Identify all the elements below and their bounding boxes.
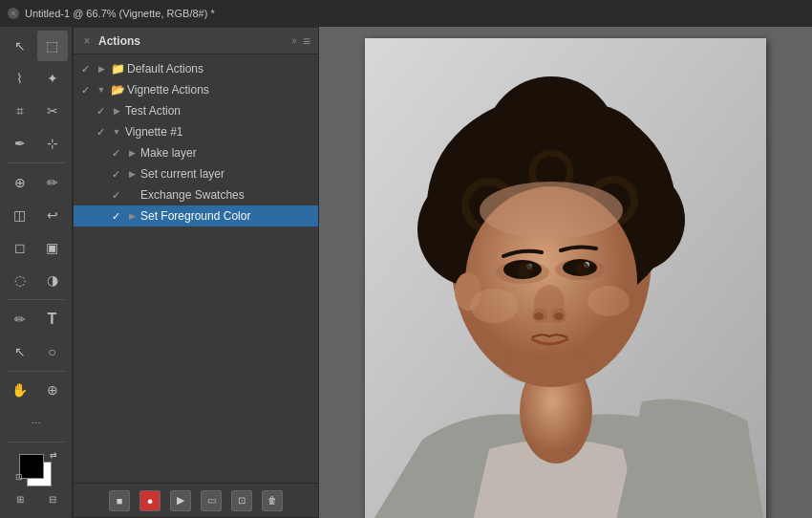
toolbar-divider-1	[8, 162, 65, 163]
folder-icon: 📁	[110, 62, 125, 76]
action-item-label: Set current layer	[140, 167, 314, 181]
svg-point-31	[518, 263, 533, 278]
list-item[interactable]: ✓ ▶ 📁 Default Actions	[74, 58, 318, 79]
record-button[interactable]: ●	[139, 490, 160, 511]
tool-row-8: ◌ ◑	[5, 265, 68, 295]
title-bar: × Untitled-1 @ 66.7% (Vignette, RGB/8#) …	[0, 0, 812, 27]
marquee-tool-button[interactable]: ⬚	[37, 31, 68, 61]
gradient-button[interactable]: ▣	[37, 232, 68, 263]
dodge-button[interactable]: ◑	[37, 265, 68, 295]
blur-button[interactable]: ◌	[5, 265, 35, 295]
play-button[interactable]: ▶	[170, 490, 191, 511]
lasso-tool-button[interactable]: ⌇	[5, 63, 35, 94]
eraser-button[interactable]: ◻	[5, 232, 35, 263]
clone-button[interactable]: ◫	[5, 200, 35, 230]
tab-title: Untitled-1 @ 66.7% (Vignette, RGB/8#) *	[25, 8, 215, 19]
expand-icon[interactable]: ▶	[95, 64, 108, 74]
quick-select-button[interactable]: ✦	[37, 63, 68, 94]
list-item[interactable]: ✓ ▼ Vignette #1	[74, 121, 318, 142]
actions-list: ✓ ▶ 📁 Default Actions ✓ ▼ 📂 Vignette Act…	[74, 54, 318, 483]
brush-button[interactable]: ✏	[37, 167, 68, 198]
reset-colors-icon[interactable]: ⊡	[15, 472, 23, 482]
measure-button[interactable]: ⊹	[37, 128, 68, 159]
zoom-button[interactable]: ⊕	[37, 375, 68, 405]
toolbar-divider-3	[8, 371, 65, 372]
svg-point-15	[480, 182, 623, 239]
screen-mode-button[interactable]: ⊟	[37, 484, 68, 514]
portrait-image	[365, 38, 766, 518]
panel-footer: ■ ● ▶ ▭ ⊡ 🗑	[74, 483, 318, 517]
stop-button[interactable]: ■	[109, 490, 130, 511]
tool-row-4: ✒ ⊹	[5, 128, 68, 159]
panel-title: Actions	[98, 34, 140, 48]
svg-point-30	[588, 286, 630, 316]
tab-close-button[interactable]: ×	[8, 8, 19, 19]
type-button[interactable]: T	[37, 304, 68, 335]
more-tools-button[interactable]: ⋯	[21, 407, 52, 438]
expand-icon[interactable]: ▼	[110, 127, 123, 137]
toolbar-divider-4	[8, 442, 65, 442]
history-brush-button[interactable]: ↩	[37, 200, 68, 230]
content-area: × Actions » ≡ ✓ ▶ 📁 Default Actions	[73, 27, 812, 518]
expand-icon[interactable]: ▶	[125, 169, 139, 179]
checkmark-icon: ✓	[93, 126, 108, 139]
action-item-label: Make layer	[140, 146, 314, 160]
panel-menu-button[interactable]: ≡	[303, 33, 310, 49]
tool-row-12: ⋯	[21, 407, 52, 438]
quick-mask-button[interactable]: ⊞	[5, 484, 35, 514]
expand-icon[interactable]: ▶	[125, 148, 139, 158]
action-item-label: Set Foreground Color	[140, 209, 314, 223]
crop-tool-button[interactable]: ⌗	[5, 96, 35, 126]
list-item[interactable]: ✓ Exchange Swatches	[74, 184, 318, 205]
svg-point-28	[502, 351, 597, 385]
list-item[interactable]: ✓ ▶ Set current layer	[74, 163, 318, 184]
swap-colors-icon[interactable]: ⇄	[50, 450, 57, 460]
move-tool-button[interactable]: ↖	[5, 31, 35, 61]
quick-mask-row: ⊞ ⊟	[5, 484, 68, 514]
heal-button[interactable]: ⊕	[5, 167, 35, 198]
action-item-label: Test Action	[125, 104, 314, 118]
new-action-button[interactable]: ⊡	[231, 490, 252, 511]
delete-button[interactable]: 🗑	[262, 490, 283, 511]
action-item-label: Default Actions	[127, 62, 314, 76]
folder-open-icon: 📂	[110, 83, 125, 97]
expand-icon[interactable]: ▶	[110, 106, 123, 116]
expand-icon[interactable]: ▶	[125, 211, 139, 221]
tool-row-6: ◫ ↩	[5, 200, 68, 230]
checkmark-icon: ✓	[93, 105, 108, 118]
list-item[interactable]: ✓ ▶ Test Action	[74, 100, 318, 121]
checkmark-icon: ✓	[108, 147, 123, 160]
tool-row-11: ✋ ⊕	[5, 375, 68, 405]
main-area: ↖ ⬚ ⌇ ✦ ⌗ ✂ ✒ ⊹ ⊕ ✏ ◫ ↩ ◻ ▣ ◌ ◑	[0, 27, 812, 518]
tool-row-3: ⌗ ✂	[5, 96, 68, 126]
list-item[interactable]: ✓ ▶ Set Foreground Color	[74, 205, 318, 227]
svg-point-32	[576, 262, 589, 275]
tool-row-1: ↖ ⬚	[5, 31, 68, 61]
pen-button[interactable]: ✏	[5, 304, 35, 335]
checkmark-icon: ✓	[108, 210, 123, 223]
color-swatches: ⇄ ⊡	[15, 450, 57, 482]
hand-button[interactable]: ✋	[5, 375, 35, 405]
action-item-label: Exchange Swatches	[140, 188, 314, 202]
checkmark-icon: ✓	[77, 63, 93, 76]
new-set-button[interactable]: ▭	[201, 490, 222, 511]
left-toolbar: ↖ ⬚ ⌇ ✦ ⌗ ✂ ✒ ⊹ ⊕ ✏ ◫ ↩ ◻ ▣ ◌ ◑	[0, 27, 73, 518]
slice-tool-button[interactable]: ✂	[37, 96, 68, 126]
svg-point-29	[470, 289, 518, 323]
checkmark-icon: ✓	[108, 189, 123, 202]
expand-icon[interactable]: ▼	[95, 85, 108, 95]
canvas-area	[319, 27, 812, 518]
toolbar-divider-2	[8, 299, 65, 300]
list-item[interactable]: ✓ ▶ Make layer	[74, 142, 318, 163]
shape-button[interactable]: ○	[37, 336, 68, 367]
svg-point-26	[534, 313, 544, 320]
eyedropper-button[interactable]: ✒	[5, 128, 35, 159]
tool-row-2: ⌇ ✦	[5, 63, 68, 94]
action-item-label: Vignette #1	[125, 125, 314, 139]
list-item[interactable]: ✓ ▼ 📂 Vignette Actions	[74, 79, 318, 100]
tool-row-10: ↖ ○	[5, 336, 68, 367]
panel-collapse-button[interactable]: »	[291, 35, 297, 46]
panel-close-button[interactable]: ×	[81, 35, 93, 47]
path-select-button[interactable]: ↖	[5, 336, 35, 367]
checkmark-icon: ✓	[77, 84, 93, 97]
